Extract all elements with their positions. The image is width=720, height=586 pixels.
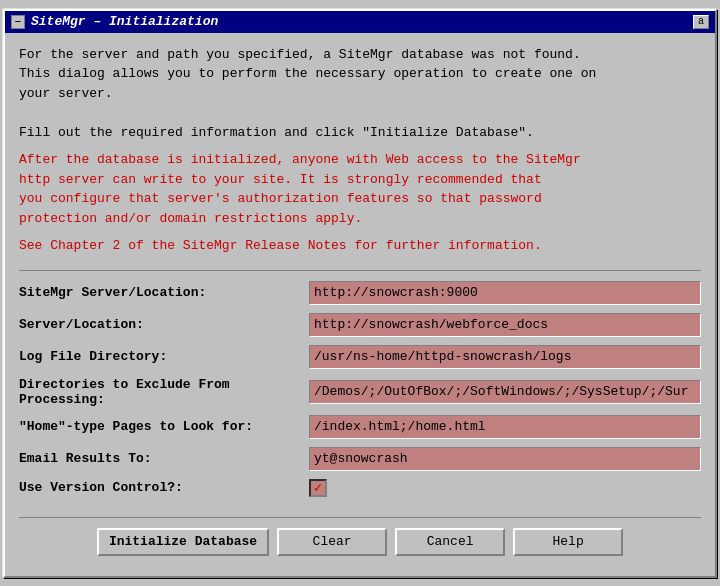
see-chapter-text: See Chapter 2 of the SiteMgr Release Not… [19,236,701,256]
form-row-4: "Home"-type Pages to Look for: [19,415,701,439]
version-control-checkbox[interactable]: ✓ [309,479,327,497]
input-directories-to-exclude[interactable] [309,380,701,404]
title-bar: — SiteMgr – Initialization a [5,11,715,33]
warning-line2: http server can write to your site. It i… [19,170,701,190]
warning-line3: you configure that server's authorizatio… [19,189,701,209]
clear-button[interactable]: Clear [277,528,387,556]
input-server-location[interactable] [309,313,701,337]
form-area: SiteMgr Server/Location: Server/Location… [19,281,701,497]
form-row-0: SiteMgr Server/Location: [19,281,701,305]
title-bar-left: — SiteMgr – Initialization [11,14,218,29]
form-row-1: Server/Location: [19,313,701,337]
label-server-location: Server/Location: [19,317,309,332]
close-button[interactable]: a [693,15,709,29]
form-row-3: Directories to Exclude From Processing: [19,377,701,407]
input-log-file-directory[interactable] [309,345,701,369]
label-directories-to-exclude: Directories to Exclude From Processing: [19,377,309,407]
checkbox-area: ✓ [309,479,327,497]
label-sitemgr-server-location: SiteMgr Server/Location: [19,285,309,300]
warning-block: After the database is initialized, anyon… [19,150,701,228]
help-button[interactable]: Help [513,528,623,556]
label-email-results-to: Email Results To: [19,451,309,466]
input-email-results-to[interactable] [309,447,701,471]
label-home-type-pages: "Home"-type Pages to Look for: [19,419,309,434]
input-home-type-pages[interactable] [309,415,701,439]
input-sitemgr-server-location[interactable] [309,281,701,305]
main-window: — SiteMgr – Initialization a For the ser… [3,9,717,578]
desc-line1: For the server and path you specified, a… [19,45,701,65]
window-content: For the server and path you specified, a… [5,33,715,576]
desc-line2: This dialog allows you to perform the ne… [19,64,701,84]
label-use-version-control: Use Version Control?: [19,480,309,495]
window-icon[interactable]: — [11,15,25,29]
form-row-5: Email Results To: [19,447,701,471]
desc-line5: Fill out the required information and cl… [19,123,701,143]
label-log-file-directory: Log File Directory: [19,349,309,364]
warning-line4: protection and/or domain restrictions ap… [19,209,701,229]
cancel-button[interactable]: Cancel [395,528,505,556]
window-title: SiteMgr – Initialization [31,14,218,29]
button-row: Initialize Database Clear Cancel Help [19,517,701,564]
initialize-database-button[interactable]: Initialize Database [97,528,269,556]
warning-line1: After the database is initialized, anyon… [19,150,701,170]
desc-line3: your server. [19,84,701,104]
form-row-2: Log File Directory: [19,345,701,369]
divider [19,270,701,271]
description-block: For the server and path you specified, a… [19,45,701,143]
form-row-version-control: Use Version Control?: ✓ [19,479,701,497]
